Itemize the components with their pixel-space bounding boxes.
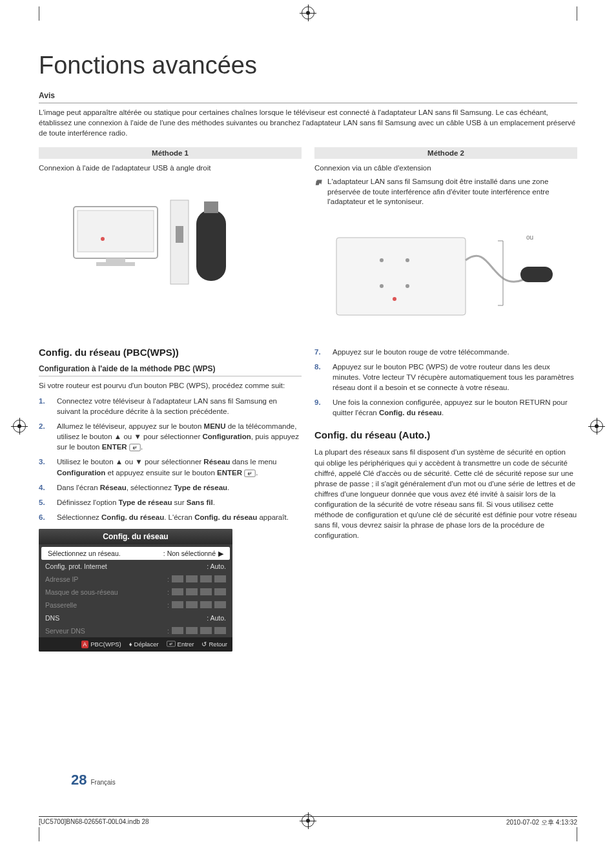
- osd-panel: Config. du réseau Sélectionnez un réseau…: [39, 529, 232, 652]
- crop-mark: [39, 6, 39, 21]
- osd-label: Config. prot. Internet: [45, 562, 107, 570]
- step-item: 1. Connectez votre téléviseur à l'adapta…: [39, 396, 302, 416]
- auto-paragraph: La plupart des réseaux sans fil disposen…: [314, 447, 577, 540]
- page-number: 28: [71, 772, 87, 788]
- step-text: Appuyez sur le bouton PBC (WPS) de votre…: [333, 362, 577, 393]
- step-number: 4.: [39, 482, 50, 493]
- osd-title: Config. du réseau: [39, 529, 232, 544]
- step-number: 2.: [39, 421, 50, 452]
- osd-value: : Auto.: [207, 562, 226, 570]
- osd-footer: APBC(WPS) ♦Déplacer Entrer ↺Retour: [39, 637, 232, 652]
- osd-label: Adresse IP: [45, 575, 78, 583]
- svg-point-12: [380, 284, 384, 288]
- svg-rect-18: [167, 641, 175, 646]
- step-item: 4. Dans l'écran Réseau, sélectionnez Typ…: [39, 482, 302, 493]
- osd-footer-pbc: PBC(WPS): [90, 641, 121, 648]
- notice-body: L'image peut apparaître altérée ou stati…: [39, 107, 577, 138]
- svg-point-13: [406, 284, 409, 288]
- svg-rect-4: [96, 262, 135, 266]
- osd-row-internet-prot: Config. prot. Internet : Auto.: [39, 560, 232, 573]
- return-icon: ↺: [201, 641, 207, 648]
- step-text: Connectez votre téléviseur à l'adaptateu…: [57, 396, 302, 416]
- step-text: Une fois la connexion configurée, appuye…: [333, 397, 577, 418]
- svg-point-10: [380, 258, 384, 262]
- osd-label: Masque de sous-réseau: [45, 588, 118, 596]
- step-item: 7. Appuyez sur le bouton rouge de votre …: [314, 347, 577, 357]
- osd-value: : Non sélectionné: [163, 550, 216, 557]
- step-item: 3. Utilisez le bouton ▲ ou ▼ pour sélect…: [39, 457, 302, 477]
- red-a-icon: A: [81, 641, 89, 648]
- page-language: Français: [90, 779, 115, 786]
- osd-footer-enter: Entrer: [178, 641, 194, 648]
- svg-rect-6: [176, 226, 183, 243]
- crop-mark: [577, 6, 577, 21]
- step-number: 1.: [39, 396, 50, 416]
- step-item: 6. Sélectionnez Config. du réseau. L'écr…: [39, 512, 302, 522]
- osd-label: Serveur DNS: [45, 627, 85, 635]
- svg-rect-15: [520, 267, 553, 282]
- osd-footer-move: Déplacer: [134, 641, 159, 648]
- print-meta-timestamp: 2010-07-02 오후 4:13:32: [506, 818, 577, 827]
- method2-illustration: ou: [314, 221, 577, 331]
- step-text: Appuyez sur le bouton rouge de votre tél…: [333, 347, 509, 357]
- section-heading-auto: Config. du réseau (Auto.): [314, 429, 577, 440]
- method2-note: L'adaptateur LAN sans fil Samsung doit ê…: [327, 177, 577, 207]
- osd-row-ip: Adresse IP :: [39, 573, 232, 586]
- step-number: 5.: [39, 497, 50, 508]
- registration-mark-left: [13, 420, 26, 433]
- registration-mark-top: [302, 6, 314, 19]
- updown-icon: ♦: [129, 641, 132, 648]
- enter-icon: [244, 469, 256, 477]
- note-icon: [314, 178, 323, 207]
- svg-point-14: [393, 297, 396, 301]
- method1-caption: Connexion à l'aide de l'adaptateur USB à…: [39, 163, 302, 173]
- svg-rect-16: [130, 444, 141, 451]
- page-title: Fonctions avancées: [39, 52, 577, 79]
- subsection-heading-pbc: Configuration à l'aide de la méthode PBC…: [39, 364, 302, 376]
- registration-mark-right: [590, 420, 603, 433]
- svg-point-11: [406, 258, 409, 262]
- osd-label: Passerelle: [45, 601, 77, 609]
- osd-row-select-network: Sélectionnez un réseau. : Non sélectionn…: [41, 547, 230, 560]
- step-text: Sélectionnez Config. du réseau. L'écran …: [57, 512, 289, 522]
- svg-rect-7: [196, 210, 226, 281]
- osd-row-gateway: Passerelle :: [39, 599, 232, 611]
- svg-rect-8: [204, 201, 218, 213]
- enter-icon: [167, 641, 176, 648]
- osd-value: : Auto.: [207, 614, 226, 622]
- section-heading-pbc: Config. du réseau (PBC(WPS)): [39, 347, 302, 358]
- print-meta-file: [UC5700]BN68-02656T-00L04.indb 28: [39, 818, 149, 827]
- svg-rect-1: [77, 211, 154, 252]
- svg-rect-3: [106, 258, 125, 262]
- step-number: 6.: [39, 512, 50, 522]
- step-number: 8.: [314, 362, 326, 393]
- step-number: 3.: [39, 457, 50, 477]
- step-text: Définissez l'option Type de réseau sur S…: [57, 497, 215, 508]
- step-text: Dans l'écran Réseau, sélectionnez Type d…: [57, 482, 229, 493]
- step-number: 9.: [314, 397, 326, 418]
- method2-caption: Connexion via un câble d'extension: [314, 163, 577, 173]
- pbc-intro: Si votre routeur est pourvu d'un bouton …: [39, 380, 302, 391]
- chevron-right-icon: ▶: [218, 550, 223, 557]
- method1-header: Méthode 1: [39, 147, 302, 159]
- step-text: Utilisez le bouton ▲ ou ▼ pour sélection…: [57, 457, 302, 477]
- method1-illustration: [39, 187, 302, 297]
- osd-row-dns-server: Serveur DNS :: [39, 624, 232, 637]
- svg-point-2: [101, 237, 105, 241]
- crop-mark: [577, 827, 577, 841]
- osd-footer-return: Retour: [209, 641, 227, 648]
- step-item: 8. Appuyez sur le bouton PBC (WPS) de vo…: [314, 362, 577, 393]
- svg-rect-17: [245, 469, 256, 477]
- svg-rect-9: [336, 238, 466, 315]
- osd-row-mask: Masque de sous-réseau :: [39, 586, 232, 599]
- or-label: ou: [526, 233, 533, 242]
- notice-heading: Avis: [39, 91, 577, 103]
- osd-row-dns: DNS : Auto.: [39, 611, 232, 624]
- step-item: 5. Définissez l'option Type de réseau su…: [39, 497, 302, 508]
- crop-mark: [39, 827, 39, 841]
- step-number: 7.: [314, 347, 326, 357]
- step-item: 2. Allumez le téléviseur, appuyez sur le…: [39, 421, 302, 452]
- step-text: Allumez le téléviseur, appuyez sur le bo…: [57, 421, 302, 452]
- method2-header: Méthode 2: [314, 147, 577, 159]
- step-item: 9. Une fois la connexion configurée, app…: [314, 397, 577, 418]
